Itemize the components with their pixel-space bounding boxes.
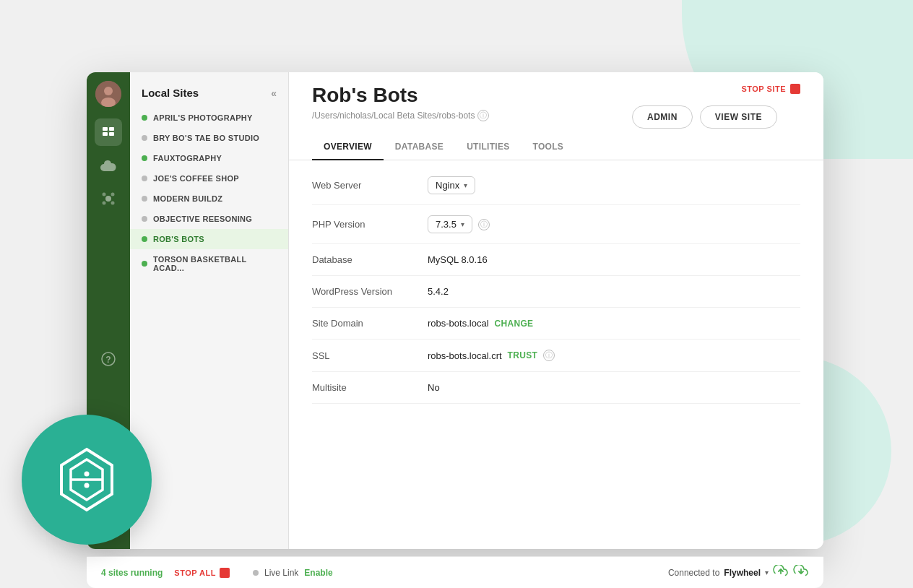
label-wp-version: WordPress Version bbox=[312, 286, 428, 297]
site-name: MODERN BUILDZ bbox=[153, 194, 222, 203]
svg-point-1 bbox=[104, 87, 113, 95]
site-name: APRIL'S PHOTOGRAPHY bbox=[153, 113, 253, 122]
chevron-down-icon: ▾ bbox=[464, 181, 467, 189]
list-item[interactable]: TORSON BASKETBALL ACAD... bbox=[130, 249, 288, 278]
svg-rect-4 bbox=[109, 127, 114, 131]
svg-point-9 bbox=[111, 193, 115, 196]
site-name: TORSON BASKETBALL ACAD... bbox=[153, 255, 277, 272]
value-php-version: 7.3.5 ▾ ⓘ bbox=[428, 215, 490, 233]
site-list-panel: Local Sites « APRIL'S PHOTOGRAPHY BRY BO… bbox=[130, 72, 289, 549]
live-link-dot bbox=[253, 570, 259, 576]
flywheel-label: Flywheel bbox=[724, 568, 761, 578]
chevron-down-icon: ▾ bbox=[461, 220, 464, 228]
row-php-version: PHP Version 7.3.5 ▾ ⓘ bbox=[312, 205, 800, 244]
ssl-info-icon[interactable]: ⓘ bbox=[543, 350, 555, 361]
app-window: ? + Local Sites « APRIL'S PHOTOGRAPHY BR… bbox=[87, 72, 823, 549]
trust-ssl-link[interactable]: TRUST bbox=[508, 350, 538, 360]
value-wp-version: 5.4.2 bbox=[428, 286, 449, 297]
ssl-cert-value: robs-bots.local.crt bbox=[428, 350, 502, 361]
label-web-server: Web Server bbox=[312, 180, 428, 191]
status-dot-green bbox=[142, 155, 147, 161]
site-list-header: Local Sites « bbox=[130, 72, 288, 108]
site-list-title: Local Sites bbox=[142, 87, 199, 99]
connected-dropdown-arrow[interactable]: ▾ bbox=[765, 568, 769, 576]
tabs-bar: OVERVIEW DATABASE UTILITIES TOOLS bbox=[289, 134, 823, 160]
list-item[interactable]: OBJECTIVE REESONING bbox=[130, 209, 288, 229]
site-list: APRIL'S PHOTOGRAPHY BRY BO'S TAE BO STUD… bbox=[130, 108, 288, 549]
live-link-label: Live Link bbox=[264, 568, 298, 578]
status-dot-gray bbox=[142, 135, 147, 141]
collapse-icon[interactable]: « bbox=[271, 87, 277, 99]
list-item[interactable]: APRIL'S PHOTOGRAPHY bbox=[130, 108, 288, 128]
status-dot-gray bbox=[142, 216, 147, 222]
status-dot-gray bbox=[142, 196, 147, 202]
stop-site-button[interactable]: STOP SITE bbox=[741, 84, 800, 94]
svg-text:?: ? bbox=[105, 355, 111, 365]
tab-database[interactable]: DATABASE bbox=[384, 134, 455, 160]
stop-all-square-icon bbox=[220, 568, 230, 578]
tab-utilities[interactable]: UTILITIES bbox=[455, 134, 521, 160]
nav-help-icon[interactable]: ? bbox=[95, 345, 122, 373]
site-name: BRY BO'S TAE BO STUDIO bbox=[153, 134, 259, 142]
stop-all-label: STOP ALL bbox=[174, 568, 216, 577]
status-dot-green bbox=[142, 115, 147, 121]
tab-overview[interactable]: OVERVIEW bbox=[312, 134, 384, 160]
label-database: Database bbox=[312, 254, 428, 265]
cloud-download-icon[interactable] bbox=[793, 565, 809, 581]
svg-point-8 bbox=[103, 193, 106, 196]
multisite-value: No bbox=[428, 382, 440, 393]
site-name: FAUXTOGRAPHY bbox=[153, 154, 222, 163]
nav-cloud-icon[interactable] bbox=[95, 152, 122, 179]
site-domain-value: robs-bots.local bbox=[428, 318, 489, 329]
php-version-dropdown[interactable]: 7.3.5 ▾ bbox=[428, 215, 472, 233]
svg-rect-3 bbox=[103, 127, 108, 131]
tab-tools[interactable]: TOOLS bbox=[522, 134, 576, 160]
php-version-value: 7.3.5 bbox=[436, 219, 456, 230]
value-database: MySQL 8.0.16 bbox=[428, 254, 488, 265]
svg-rect-6 bbox=[109, 132, 114, 136]
svg-point-15 bbox=[85, 472, 90, 477]
site-name: ROB'S BOTS bbox=[153, 235, 204, 243]
row-ssl: SSL robs-bots.local.crt TRUST ⓘ bbox=[312, 340, 800, 372]
value-web-server: Nginx ▾ bbox=[428, 176, 475, 194]
stop-all-button[interactable]: STOP ALL bbox=[174, 568, 230, 578]
php-info-icon[interactable]: ⓘ bbox=[478, 219, 490, 230]
label-ssl: SSL bbox=[312, 350, 428, 361]
list-item[interactable]: MODERN BUILDZ bbox=[130, 189, 288, 209]
site-name: OBJECTIVE REESONING bbox=[153, 215, 252, 223]
admin-button[interactable]: ADMIN bbox=[632, 105, 693, 129]
path-text: /Users/nicholas/Local Beta Sites/robs-bo… bbox=[312, 111, 475, 121]
list-item[interactable]: JOE'S COFFEE SHOP bbox=[130, 168, 288, 189]
label-site-domain: Site Domain bbox=[312, 318, 428, 329]
connected-label: Connected to bbox=[668, 568, 719, 578]
site-title: Rob's Bots bbox=[312, 84, 489, 107]
row-site-domain: Site Domain robs-bots.local CHANGE bbox=[312, 308, 800, 340]
live-link-section: Live Link Enable bbox=[253, 568, 333, 578]
list-item[interactable]: FAUXTOGRAPHY bbox=[130, 148, 288, 168]
svg-point-10 bbox=[103, 202, 106, 205]
svg-point-11 bbox=[111, 202, 115, 205]
label-php-version: PHP Version bbox=[312, 219, 428, 230]
row-web-server: Web Server Nginx ▾ bbox=[312, 166, 800, 205]
nav-sites-icon[interactable] bbox=[95, 118, 122, 146]
list-item[interactable]: BRY BO'S TAE BO STUDIO bbox=[130, 128, 288, 148]
nav-extensions-icon[interactable] bbox=[95, 185, 122, 212]
path-info-icon[interactable]: ⓘ bbox=[477, 110, 489, 121]
avatar[interactable] bbox=[95, 81, 121, 107]
cloud-upload-icon[interactable] bbox=[773, 565, 789, 581]
site-info: Rob's Bots /Users/nicholas/Local Beta Si… bbox=[312, 84, 489, 121]
web-server-value: Nginx bbox=[436, 180, 459, 191]
site-name: JOE'S COFFEE SHOP bbox=[153, 174, 239, 183]
value-site-domain: robs-bots.local CHANGE bbox=[428, 318, 533, 329]
change-domain-link[interactable]: CHANGE bbox=[495, 319, 534, 329]
view-site-button[interactable]: VIEW SITE bbox=[700, 105, 777, 129]
main-content: Rob's Bots /Users/nicholas/Local Beta Si… bbox=[289, 72, 823, 549]
value-ssl: robs-bots.local.crt TRUST ⓘ bbox=[428, 350, 555, 361]
sites-running-count: 4 sites running bbox=[101, 568, 163, 578]
site-path: /Users/nicholas/Local Beta Sites/robs-bo… bbox=[312, 110, 489, 121]
enable-live-link[interactable]: Enable bbox=[304, 568, 332, 578]
web-server-dropdown[interactable]: Nginx ▾ bbox=[428, 176, 475, 194]
status-bar: 4 sites running STOP ALL Live Link Enabl… bbox=[87, 556, 823, 588]
wp-version-value: 5.4.2 bbox=[428, 286, 449, 297]
list-item-active[interactable]: ROB'S BOTS bbox=[130, 229, 288, 249]
